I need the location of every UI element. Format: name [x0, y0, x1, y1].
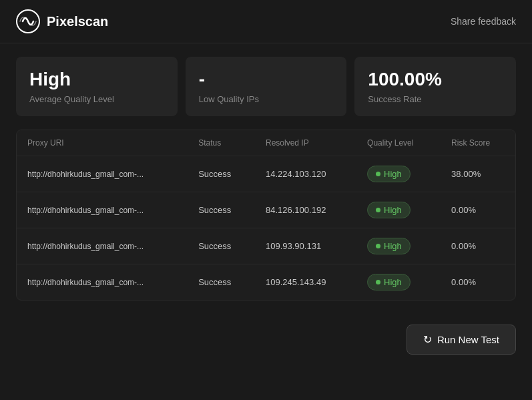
col-header-status: Status [188, 130, 255, 156]
cell-status: Success [188, 228, 255, 264]
col-header-proxy-uri: Proxy URI [17, 130, 188, 156]
main-content: High Average Quality Level - Low Quality… [0, 43, 532, 314]
cell-status: Success [188, 264, 255, 301]
header: Pixelscan Share feedback [0, 0, 532, 43]
stats-row: High Average Quality Level - Low Quality… [16, 57, 516, 116]
refresh-icon: ↻ [423, 333, 432, 346]
share-feedback-button[interactable]: Share feedback [451, 16, 516, 27]
table-header-row: Proxy URI Status Resolved IP Quality Lev… [17, 130, 515, 156]
pixelscan-logo-icon [16, 9, 40, 33]
success-rate-label: Success Rate [368, 94, 503, 104]
avg-quality-value: High [29, 69, 164, 90]
logo-container: Pixelscan [16, 9, 108, 33]
quality-label: High [384, 205, 402, 215]
low-quality-value: - [199, 69, 334, 90]
quality-dot-icon [376, 172, 380, 176]
cell-proxy-uri: http://dhohirkudus_gmail_com-... [17, 264, 188, 301]
quality-badge: High [367, 238, 411, 254]
avg-quality-label: Average Quality Level [29, 94, 164, 104]
quality-label: High [384, 169, 402, 179]
col-header-quality-level: Quality Level [356, 130, 441, 156]
cell-risk-score: 0.00% [441, 228, 515, 264]
stat-card-success-rate: 100.00% Success Rate [354, 57, 516, 116]
cell-risk-score: 38.00% [441, 156, 515, 192]
success-rate-value: 100.00% [368, 69, 503, 90]
cell-risk-score: 0.00% [441, 264, 515, 301]
cell-quality-level: High [356, 192, 441, 228]
quality-label: High [384, 277, 402, 287]
table-row: http://dhohirkudus_gmail_com-... Success… [17, 192, 515, 228]
quality-badge: High [367, 166, 411, 182]
run-new-test-button[interactable]: ↻ Run New Test [407, 325, 516, 355]
cell-resolved-ip: 109.245.143.49 [255, 264, 356, 301]
cell-proxy-uri: http://dhohirkudus_gmail_com-... [17, 192, 188, 228]
proxy-table: Proxy URI Status Resolved IP Quality Lev… [17, 130, 515, 300]
stat-card-low-quality: - Low Quality IPs [186, 57, 347, 116]
cell-quality-level: High [356, 228, 441, 264]
cell-status: Success [188, 156, 255, 192]
cell-quality-level: High [356, 264, 441, 301]
quality-dot-icon [376, 280, 380, 284]
stat-card-avg-quality: High Average Quality Level [16, 57, 178, 116]
col-header-risk-score: Risk Score [441, 130, 515, 156]
cell-quality-level: High [356, 156, 441, 192]
run-test-label: Run New Test [437, 334, 499, 345]
low-quality-label: Low Quality IPs [199, 94, 334, 104]
quality-badge: High [367, 202, 411, 218]
logo-text: Pixelscan [47, 14, 108, 29]
cell-proxy-uri: http://dhohirkudus_gmail_com-... [17, 156, 188, 192]
proxy-table-container: Proxy URI Status Resolved IP Quality Lev… [16, 130, 516, 301]
table-row: http://dhohirkudus_gmail_com-... Success… [17, 228, 515, 264]
cell-proxy-uri: http://dhohirkudus_gmail_com-... [17, 228, 188, 264]
cell-status: Success [188, 192, 255, 228]
quality-dot-icon [376, 208, 380, 212]
quality-label: High [384, 241, 402, 251]
table-row: http://dhohirkudus_gmail_com-... Success… [17, 156, 515, 192]
cell-resolved-ip: 14.224.103.120 [255, 156, 356, 192]
col-header-resolved-ip: Resolved IP [255, 130, 356, 156]
table-row: http://dhohirkudus_gmail_com-... Success… [17, 264, 515, 301]
quality-dot-icon [376, 244, 380, 248]
cell-resolved-ip: 84.126.100.192 [255, 192, 356, 228]
quality-badge: High [367, 274, 411, 290]
footer: ↻ Run New Test [0, 317, 532, 363]
cell-risk-score: 0.00% [441, 192, 515, 228]
cell-resolved-ip: 109.93.90.131 [255, 228, 356, 264]
